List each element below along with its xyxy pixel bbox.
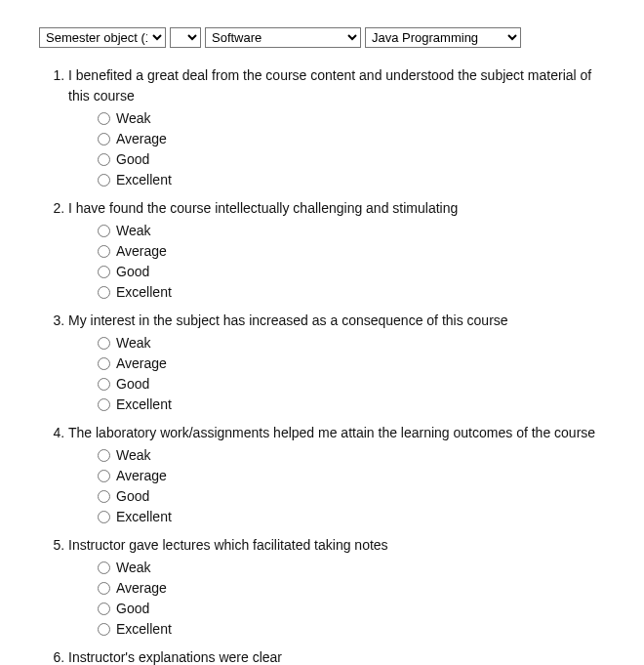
rating-radio[interactable] — [98, 623, 110, 636]
rating-label: Average — [116, 578, 167, 599]
program-select[interactable]: Software — [205, 27, 361, 48]
rating-option[interactable]: Average — [98, 129, 605, 149]
rating-radio[interactable] — [98, 470, 110, 482]
rating-label: Good — [116, 262, 149, 282]
rating-label: Good — [116, 374, 149, 395]
filter-bar: Semester object (1) Software Java Progra… — [39, 27, 605, 48]
rating-option[interactable]: Excellent — [98, 170, 605, 190]
question-item: Instructor's explanations were clearWeak… — [68, 647, 605, 665]
question-text: Instructor's explanations were clear — [68, 649, 282, 665]
rating-label: Good — [116, 486, 149, 507]
rating-radio[interactable] — [98, 490, 110, 503]
rating-label: Average — [116, 466, 167, 486]
rating-option[interactable]: Good — [98, 599, 605, 619]
option-group: WeakAverageGoodExcellent — [68, 221, 605, 303]
rating-radio[interactable] — [98, 245, 110, 258]
rating-radio[interactable] — [98, 561, 110, 574]
question-text: I have found the course intellectually c… — [68, 200, 458, 216]
rating-label: Average — [116, 353, 167, 374]
rating-option[interactable]: Good — [98, 374, 605, 395]
question-list: I benefited a great deal from the course… — [39, 65, 605, 665]
rating-radio[interactable] — [98, 449, 110, 462]
option-group: WeakAverageGoodExcellent — [68, 108, 605, 190]
rating-option[interactable]: Excellent — [98, 395, 605, 415]
rating-option[interactable]: Good — [98, 149, 605, 170]
rating-radio[interactable] — [98, 153, 110, 166]
rating-radio[interactable] — [98, 112, 110, 125]
question-item: Instructor gave lectures which facilitat… — [68, 535, 605, 640]
rating-label: Excellent — [116, 619, 172, 640]
question-text: The laboratory work/assignments helped m… — [68, 425, 595, 440]
rating-label: Weak — [116, 108, 151, 129]
rating-label: Good — [116, 599, 149, 619]
rating-option[interactable]: Excellent — [98, 507, 605, 527]
rating-radio[interactable] — [98, 174, 110, 187]
option-group: WeakAverageGoodExcellent — [68, 333, 605, 415]
question-text: My interest in the subject has increased… — [68, 312, 508, 328]
rating-label: Excellent — [116, 507, 172, 527]
rating-label: Excellent — [116, 395, 172, 415]
rating-radio[interactable] — [98, 511, 110, 523]
rating-option[interactable]: Weak — [98, 445, 605, 466]
rating-radio[interactable] — [98, 266, 110, 278]
rating-radio[interactable] — [98, 378, 110, 391]
question-item: My interest in the subject has increased… — [68, 311, 605, 415]
option-group: WeakAverageGoodExcellent — [68, 558, 605, 640]
rating-radio[interactable] — [98, 603, 110, 615]
rating-label: Weak — [116, 221, 151, 241]
rating-option[interactable]: Weak — [98, 333, 605, 353]
rating-option[interactable]: Weak — [98, 221, 605, 241]
rating-option[interactable]: Weak — [98, 108, 605, 129]
rating-label: Excellent — [116, 170, 172, 190]
rating-label: Excellent — [116, 282, 172, 303]
rating-radio[interactable] — [98, 582, 110, 595]
course-select[interactable]: Java Programming — [365, 27, 521, 48]
rating-option[interactable]: Good — [98, 262, 605, 282]
rating-label: Weak — [116, 445, 151, 466]
semester-select[interactable]: Semester object (1) — [39, 27, 166, 48]
rating-label: Average — [116, 241, 167, 262]
rating-option[interactable]: Good — [98, 486, 605, 507]
rating-label: Average — [116, 129, 167, 149]
rating-option[interactable]: Average — [98, 466, 605, 486]
question-item: The laboratory work/assignments helped m… — [68, 423, 605, 527]
rating-radio[interactable] — [98, 286, 110, 299]
rating-option[interactable]: Excellent — [98, 619, 605, 640]
rating-label: Weak — [116, 558, 151, 578]
rating-label: Good — [116, 149, 149, 170]
rating-radio[interactable] — [98, 225, 110, 237]
option-group: WeakAverageGoodExcellent — [68, 445, 605, 527]
rating-radio[interactable] — [98, 337, 110, 350]
blank-select[interactable] — [170, 27, 201, 48]
rating-radio[interactable] — [98, 357, 110, 370]
rating-label: Weak — [116, 333, 151, 353]
rating-option[interactable]: Weak — [98, 558, 605, 578]
question-text: I benefited a great deal from the course… — [68, 67, 591, 104]
question-item: I have found the course intellectually c… — [68, 198, 605, 303]
rating-option[interactable]: Average — [98, 578, 605, 599]
rating-option[interactable]: Average — [98, 241, 605, 262]
rating-option[interactable]: Excellent — [98, 282, 605, 303]
question-text: Instructor gave lectures which facilitat… — [68, 537, 388, 553]
rating-radio[interactable] — [98, 133, 110, 145]
question-item: I benefited a great deal from the course… — [68, 65, 605, 190]
rating-radio[interactable] — [98, 398, 110, 411]
rating-option[interactable]: Average — [98, 353, 605, 374]
